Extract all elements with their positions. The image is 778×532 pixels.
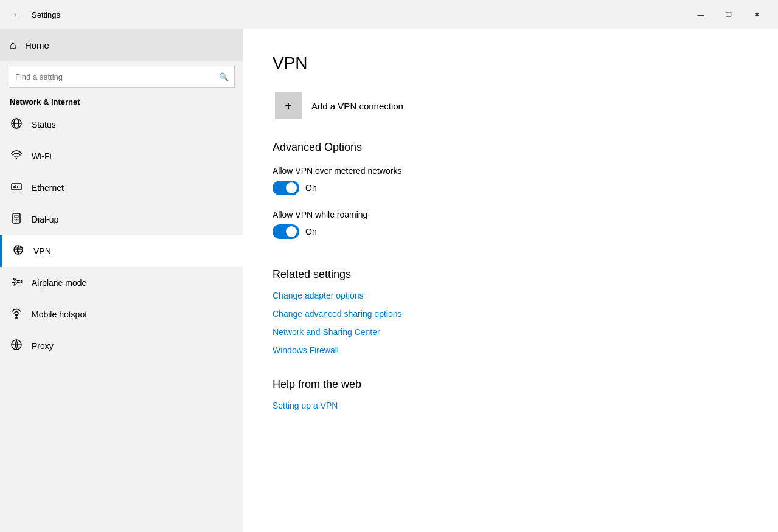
add-vpn-label: Add a VPN connection xyxy=(311,101,403,111)
sidebar-item-hotspot[interactable]: Mobile hotspot xyxy=(0,299,243,330)
link-setting-up-vpn[interactable]: Setting up a VPN xyxy=(273,401,749,410)
svg-rect-7 xyxy=(13,213,20,223)
sidebar-item-vpn[interactable]: VPN xyxy=(0,235,243,267)
proxy-icon xyxy=(10,339,23,354)
link-change-sharing[interactable]: Change advanced sharing options xyxy=(273,309,749,319)
sidebar-item-wifi-label: Wi-Fi xyxy=(32,151,52,161)
wifi-icon xyxy=(10,149,23,164)
help-heading: Help from the web xyxy=(273,378,749,391)
svg-point-11 xyxy=(18,219,19,220)
svg-rect-3 xyxy=(12,184,21,190)
sidebar: ⌂ Home 🔍 Network & Internet Status xyxy=(0,29,243,532)
add-vpn-icon: + xyxy=(275,92,302,119)
sidebar-item-dialup-label: Dial-up xyxy=(32,215,58,224)
page-title: VPN xyxy=(273,54,749,73)
sidebar-item-ethernet[interactable]: Ethernet xyxy=(0,172,243,204)
sidebar-item-airplane-label: Airplane mode xyxy=(32,278,86,288)
home-icon: ⌂ xyxy=(10,39,16,52)
back-button[interactable]: ← xyxy=(7,5,27,24)
link-firewall[interactable]: Windows Firewall xyxy=(273,345,749,355)
app-title: Settings xyxy=(32,10,60,19)
sidebar-item-status[interactable]: Status xyxy=(0,109,243,140)
sidebar-item-vpn-label: VPN xyxy=(33,246,51,256)
maximize-button[interactable]: ❐ xyxy=(715,5,743,24)
app-body: ⌂ Home 🔍 Network & Internet Status xyxy=(0,29,778,532)
svg-point-10 xyxy=(16,219,17,220)
dialup-icon xyxy=(10,212,23,227)
option1-label: Allow VPN over metered networks xyxy=(273,166,749,176)
link-network-center[interactable]: Network and Sharing Center xyxy=(273,327,749,337)
minimize-button[interactable]: — xyxy=(687,5,715,24)
add-vpn-button[interactable]: + Add a VPN connection xyxy=(273,90,749,122)
sidebar-item-airplane[interactable]: Airplane mode xyxy=(0,267,243,299)
toggle1-thumb xyxy=(286,182,297,193)
option2-state: On xyxy=(305,227,317,237)
main-content: VPN + Add a VPN connection Advanced Opti… xyxy=(243,29,778,532)
option2-toggle-row: On xyxy=(273,224,749,239)
svg-point-13 xyxy=(16,220,17,221)
sidebar-item-ethernet-label: Ethernet xyxy=(32,183,64,193)
svg-rect-8 xyxy=(15,215,18,218)
sidebar-item-proxy[interactable]: Proxy xyxy=(0,330,243,362)
option1-toggle[interactable] xyxy=(273,181,299,195)
option2-toggle[interactable] xyxy=(273,224,299,239)
option2-label: Allow VPN while roaming xyxy=(273,210,749,219)
search-input[interactable] xyxy=(9,66,235,88)
close-button[interactable]: ✕ xyxy=(743,5,771,24)
window-controls: — ❐ ✕ xyxy=(687,5,771,24)
search-icon: 🔍 xyxy=(219,72,229,81)
hotspot-icon xyxy=(10,307,23,322)
svg-point-14 xyxy=(18,220,19,221)
toggle2-thumb xyxy=(286,226,297,237)
sidebar-item-wifi[interactable]: Wi-Fi xyxy=(0,140,243,172)
sidebar-item-hotspot-label: Mobile hotspot xyxy=(32,309,87,319)
link-change-adapter[interactable]: Change adapter options xyxy=(273,291,749,300)
advanced-options-heading: Advanced Options xyxy=(273,141,749,154)
search-container: 🔍 xyxy=(9,66,235,88)
home-label: Home xyxy=(25,40,49,50)
sidebar-item-dialup[interactable]: Dial-up xyxy=(0,204,243,235)
sidebar-section-title: Network & Internet xyxy=(0,92,243,109)
related-settings-heading: Related settings xyxy=(273,268,749,281)
svg-point-17 xyxy=(15,314,18,316)
option1-state: On xyxy=(305,183,317,193)
titlebar: ← Settings — ❐ ✕ xyxy=(0,0,778,29)
airplane-icon xyxy=(10,275,23,291)
sidebar-item-home[interactable]: ⌂ Home xyxy=(0,29,243,61)
status-icon xyxy=(10,117,23,133)
vpn-icon xyxy=(12,244,25,259)
svg-point-9 xyxy=(15,219,16,220)
ethernet-icon xyxy=(10,181,23,196)
svg-point-12 xyxy=(15,220,16,221)
option1-toggle-row: On xyxy=(273,181,749,195)
sidebar-item-status-label: Status xyxy=(32,120,56,130)
sidebar-item-proxy-label: Proxy xyxy=(32,341,54,351)
